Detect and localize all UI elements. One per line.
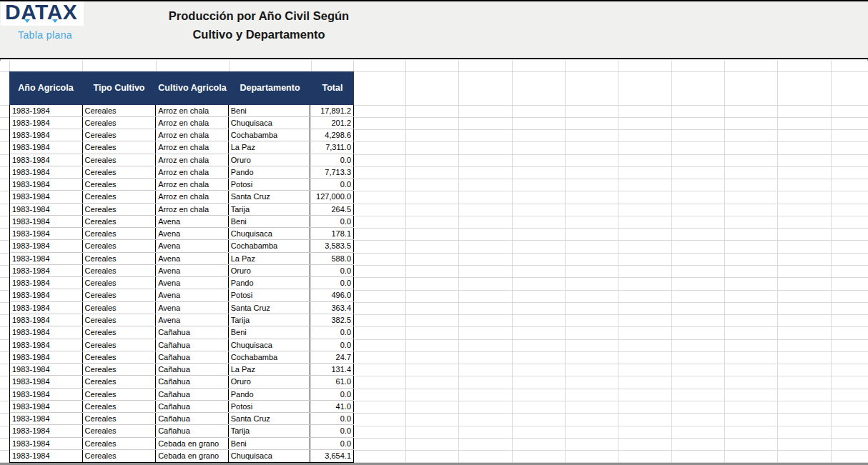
cell-tipo[interactable]: Cereales xyxy=(83,425,157,436)
table-row[interactable]: 1983-1984CerealesCañahuaCochabamba24.7 xyxy=(10,351,354,364)
cell-departamento[interactable]: Pando xyxy=(229,389,311,400)
cell-total[interactable]: 0.0 xyxy=(310,216,354,227)
cell-total[interactable]: 131.4 xyxy=(310,364,354,375)
cell-cultivo[interactable]: Avena xyxy=(156,228,229,239)
cell-departamento[interactable]: La Paz xyxy=(229,364,311,375)
cell-anio[interactable]: 1983-1984 xyxy=(10,277,83,289)
cell-total[interactable]: 41.0 xyxy=(310,401,354,412)
cell-tipo[interactable]: Cereales xyxy=(83,129,157,141)
cell-cultivo[interactable]: Cebada en grano xyxy=(156,438,229,449)
cell-anio[interactable]: 1983-1984 xyxy=(10,389,83,400)
table-row[interactable]: 1983-1984CerealesArroz en chalaBeni17,89… xyxy=(10,105,354,117)
table-row[interactable]: 1983-1984CerealesAvenaChuquisaca178.1 xyxy=(10,228,354,240)
cell-tipo[interactable]: Cereales xyxy=(83,326,157,338)
table-row[interactable]: 1983-1984CerealesCañahuaPotosi41.0 xyxy=(10,401,354,413)
cell-total[interactable]: 0.0 xyxy=(310,154,354,166)
cell-cultivo[interactable]: Avena xyxy=(156,314,229,326)
cell-tipo[interactable]: Cereales xyxy=(83,364,157,375)
cell-departamento[interactable]: Chuquisaca xyxy=(229,117,311,129)
cell-cultivo[interactable]: Arroz en chala xyxy=(156,141,229,153)
cell-cultivo[interactable]: Arroz en chala xyxy=(156,129,229,141)
table-row[interactable]: 1983-1984CerealesArroz en chalaSanta Cru… xyxy=(10,191,354,203)
cell-departamento[interactable]: Chuquisaca xyxy=(229,228,311,239)
cell-tipo[interactable]: Cereales xyxy=(83,413,157,424)
cell-departamento[interactable]: Santa Cruz xyxy=(229,191,311,202)
cell-cultivo[interactable]: Cañahua xyxy=(156,401,229,412)
cell-total[interactable]: 0.0 xyxy=(310,265,354,276)
cell-tipo[interactable]: Cereales xyxy=(83,401,157,412)
cell-tipo[interactable]: Cereales xyxy=(83,438,157,449)
cell-cultivo[interactable]: Cañahua xyxy=(156,364,229,375)
cell-tipo[interactable]: Cereales xyxy=(83,302,157,314)
cell-departamento[interactable]: Pando xyxy=(229,166,311,178)
cell-departamento[interactable]: Beni xyxy=(229,216,311,227)
cell-departamento[interactable]: Santa Cruz xyxy=(229,413,311,424)
column-header-departamento[interactable]: Departamento xyxy=(229,83,311,93)
cell-tipo[interactable]: Cereales xyxy=(83,191,157,202)
table-row[interactable]: 1983-1984CerealesArroz en chalaChuquisac… xyxy=(10,117,354,129)
cell-tipo[interactable]: Cereales xyxy=(83,253,157,264)
cell-cultivo[interactable]: Arroz en chala xyxy=(156,105,229,116)
cell-tipo[interactable]: Cereales xyxy=(83,265,157,276)
cell-tipo[interactable]: Cereales xyxy=(83,166,157,178)
cell-anio[interactable]: 1983-1984 xyxy=(10,401,83,412)
cell-anio[interactable]: 1983-1984 xyxy=(10,289,83,301)
cell-anio[interactable]: 1983-1984 xyxy=(10,413,83,424)
cell-total[interactable]: 127,000.0 xyxy=(310,191,354,202)
cell-tipo[interactable]: Cereales xyxy=(83,105,157,116)
table-row[interactable]: 1983-1984CerealesArroz en chalaPotosi0.0 xyxy=(10,179,354,191)
cell-departamento[interactable]: Oruro xyxy=(229,265,311,276)
table-row[interactable]: 1983-1984CerealesCañahuaPando0.0 xyxy=(10,389,354,401)
cell-departamento[interactable]: Oruro xyxy=(229,376,311,387)
cell-anio[interactable]: 1983-1984 xyxy=(10,228,83,239)
cell-departamento[interactable]: La Paz xyxy=(229,141,311,153)
column-header-cultivo-agricola[interactable]: Cultivo Agricola xyxy=(156,83,229,93)
cell-total[interactable]: 588.0 xyxy=(310,253,354,264)
cell-total[interactable]: 178.1 xyxy=(310,228,354,239)
cell-cultivo[interactable]: Arroz en chala xyxy=(156,179,229,190)
cell-total[interactable]: 7,311.0 xyxy=(310,141,354,153)
column-header-tipo-cultivo[interactable]: Tipo Cultivo xyxy=(82,83,156,93)
table-row[interactable]: 1983-1984CerealesCañahuaSanta Cruz0.0 xyxy=(10,413,354,425)
cell-departamento[interactable]: Cochabamba xyxy=(229,129,311,141)
cell-departamento[interactable]: Oruro xyxy=(229,154,311,166)
table-row[interactable]: 1983-1984CerealesCañahuaBeni0.0 xyxy=(10,326,354,339)
cell-cultivo[interactable]: Avena xyxy=(156,216,229,227)
cell-departamento[interactable]: Tarija xyxy=(229,314,311,326)
cell-total[interactable]: 7,713.3 xyxy=(310,166,354,178)
cell-anio[interactable]: 1983-1984 xyxy=(10,425,83,436)
table-row[interactable]: 1983-1984CerealesArroz en chalaPando7,71… xyxy=(10,166,354,179)
cell-total[interactable]: 0.0 xyxy=(310,389,354,400)
cell-departamento[interactable]: Chuquisaca xyxy=(229,339,311,351)
cell-cultivo[interactable]: Cañahua xyxy=(156,425,229,436)
cell-tipo[interactable]: Cereales xyxy=(83,314,157,326)
table-row[interactable]: 1983-1984CerealesCañahuaChuquisaca0.0 xyxy=(10,339,354,351)
cell-cultivo[interactable]: Cañahua xyxy=(156,413,229,424)
table-row[interactable]: 1983-1984CerealesCañahuaOruro61.0 xyxy=(10,376,354,388)
cell-departamento[interactable]: Chuquisaca xyxy=(229,450,311,462)
cell-total[interactable]: 3,654.1 xyxy=(310,450,354,462)
table-row[interactable]: 1983-1984CerealesArroz en chalaCochabamb… xyxy=(10,129,354,141)
cell-departamento[interactable]: Beni xyxy=(229,105,311,116)
cell-departamento[interactable]: Santa Cruz xyxy=(229,302,311,314)
table-row[interactable]: 1983-1984CerealesArroz en chalaTarija264… xyxy=(10,204,354,216)
cell-total[interactable]: 0.0 xyxy=(310,425,354,436)
cell-tipo[interactable]: Cereales xyxy=(83,351,157,363)
cell-departamento[interactable]: Cochabamba xyxy=(229,240,311,251)
cell-tipo[interactable]: Cereales xyxy=(83,240,157,251)
cell-anio[interactable]: 1983-1984 xyxy=(10,154,83,166)
cell-cultivo[interactable]: Cañahua xyxy=(156,376,229,387)
cell-cultivo[interactable]: Avena xyxy=(156,253,229,264)
cell-anio[interactable]: 1983-1984 xyxy=(10,438,83,449)
table-row[interactable]: 1983-1984CerealesAvenaBeni0.0 xyxy=(10,216,354,228)
cell-anio[interactable]: 1983-1984 xyxy=(10,364,83,375)
cell-total[interactable]: 201.2 xyxy=(310,117,354,129)
cell-total[interactable]: 0.0 xyxy=(310,339,354,351)
table-row[interactable]: 1983-1984CerealesAvenaSanta Cruz363.4 xyxy=(10,302,354,314)
table-row[interactable]: 1983-1984CerealesCebada en granoChuquisa… xyxy=(10,450,354,462)
column-header-anio-agricola[interactable]: Año Agricola xyxy=(9,83,82,93)
table-row[interactable]: 1983-1984CerealesAvenaPando0.0 xyxy=(10,277,354,289)
cell-tipo[interactable]: Cereales xyxy=(83,117,157,129)
cell-departamento[interactable]: Potosi xyxy=(229,179,311,190)
table-row[interactable]: 1983-1984CerealesCañahuaLa Paz131.4 xyxy=(10,364,354,376)
